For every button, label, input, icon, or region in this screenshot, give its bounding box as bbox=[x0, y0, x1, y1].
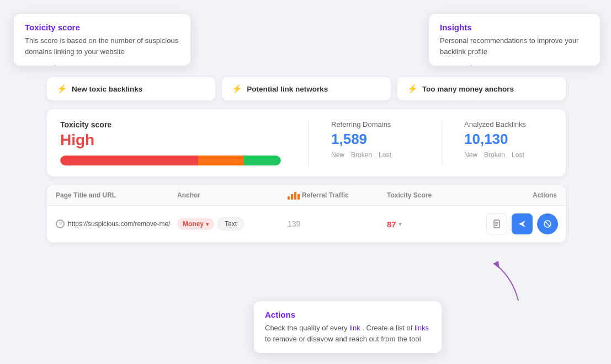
main-container: ⚡ New toxic backlinks ⚡ Potential link n… bbox=[36, 66, 577, 254]
tooltip-insights-desc: Personal recommendations to improve your… bbox=[440, 35, 589, 57]
tag-money[interactable]: Money ▾ bbox=[177, 218, 214, 230]
tooltip-insights-title: Insights bbox=[440, 23, 589, 32]
toxicity-number: 87 bbox=[387, 220, 396, 229]
action-document-button[interactable] bbox=[486, 213, 507, 234]
referring-domains-sub: New Broken Lost bbox=[331, 151, 419, 159]
tooltip-toxicity-title: Toxicity score bbox=[25, 23, 179, 32]
url-text: https://suspicious.com/remove-me/ bbox=[68, 220, 170, 229]
toxicity-score-label: Toxicity score bbox=[60, 120, 286, 129]
cell-actions bbox=[486, 213, 558, 234]
action-disavow-button[interactable] bbox=[537, 213, 558, 234]
ab-sub-new: New bbox=[464, 151, 477, 159]
divider-2 bbox=[442, 120, 442, 165]
referring-domains-value: 1,589 bbox=[331, 131, 419, 148]
progress-red bbox=[60, 156, 198, 165]
actions-desc-3: to remove or disavow and reach out from … bbox=[265, 335, 421, 343]
table-header: Page Title and URL Anchor Referral Traff… bbox=[47, 185, 566, 206]
header-actions: Actions bbox=[486, 191, 557, 200]
toxicity-row-value: 87 ▾ bbox=[387, 220, 402, 229]
header-page-title: Page Title and URL bbox=[56, 191, 177, 200]
chart-icon bbox=[288, 191, 300, 200]
header-toxicity-score: Toxicity Score bbox=[387, 191, 486, 200]
referring-domains-block: Referring Domains 1,589 New Broken Lost bbox=[331, 120, 419, 159]
actions-desc-1: Check the quality of every bbox=[265, 324, 348, 332]
bolt-icon-1: ⚡ bbox=[57, 84, 67, 94]
tabs-row: ⚡ New toxic backlinks ⚡ Potential link n… bbox=[47, 77, 566, 100]
analyzed-backlinks-value: 10,130 bbox=[464, 131, 552, 148]
traffic-value: 139 bbox=[288, 220, 300, 228]
analyzed-backlinks-block: Analyzed Backlinks 10,130 New Broken Los… bbox=[464, 120, 552, 159]
cell-anchor: Money ▾ Text bbox=[177, 217, 288, 231]
tab-label-2: Potential link networks bbox=[247, 85, 328, 93]
header-referral-traffic: Referral Traffic bbox=[288, 191, 387, 200]
svg-marker-2 bbox=[493, 261, 500, 269]
analyzed-backlinks-label: Analyzed Backlinks bbox=[464, 120, 552, 129]
ab-sub-lost: Lost bbox=[512, 151, 524, 159]
tab-too-many-money-anchors[interactable]: ⚡ Too many money anchors bbox=[397, 77, 566, 100]
header-anchor: Anchor bbox=[177, 191, 288, 200]
document-icon bbox=[492, 220, 501, 228]
toxicity-progress-bar bbox=[60, 156, 281, 165]
actions-link-2: links bbox=[415, 324, 429, 332]
ban-icon bbox=[543, 220, 552, 228]
referring-domains-label: Referring Domains bbox=[331, 120, 419, 129]
actions-cell bbox=[486, 213, 558, 234]
tab-label-3: Too many money anchors bbox=[422, 85, 514, 93]
tooltip-actions-desc: Check the quality of every link . Create… bbox=[265, 323, 431, 344]
rd-sub-broken: Broken bbox=[351, 151, 372, 159]
tooltip-insights: Insights Personal recommendations to imp… bbox=[429, 14, 600, 66]
tab-new-toxic-backlinks[interactable]: ⚡ New toxic backlinks bbox=[47, 77, 215, 100]
progress-green bbox=[244, 156, 281, 165]
url-icon: ↺ bbox=[56, 220, 65, 228]
tooltip-toxicity-score: Toxicity score This score is based on th… bbox=[14, 14, 190, 66]
tab-label-1: New toxic backlinks bbox=[72, 85, 142, 93]
tag-money-label: Money bbox=[183, 220, 204, 228]
arrow-actions bbox=[480, 256, 529, 306]
bolt-icon-2: ⚡ bbox=[232, 84, 242, 94]
action-send-button[interactable] bbox=[512, 213, 533, 234]
rd-sub-new: New bbox=[331, 151, 344, 159]
send-icon bbox=[518, 220, 527, 228]
tooltip-actions-title: Actions bbox=[265, 310, 431, 319]
ab-sub-broken: Broken bbox=[484, 151, 505, 159]
tooltip-actions: Actions Check the quality of every link … bbox=[254, 301, 442, 353]
toxicity-score-value: High bbox=[60, 131, 286, 149]
tab-potential-link-networks[interactable]: ⚡ Potential link networks bbox=[222, 77, 390, 100]
bolt-icon-3: ⚡ bbox=[407, 84, 418, 94]
cell-traffic: 139 bbox=[288, 220, 387, 228]
actions-link-1: link bbox=[349, 324, 360, 332]
divider-1 bbox=[309, 120, 309, 165]
cell-toxicity: 87 ▾ bbox=[387, 220, 486, 229]
actions-desc-2: . Create a list of bbox=[362, 324, 412, 332]
score-section: Toxicity score High Referring Domains 1,… bbox=[47, 109, 566, 176]
chevron-down-icon: ▾ bbox=[206, 221, 209, 227]
backlinks-table: Page Title and URL Anchor Referral Traff… bbox=[47, 185, 566, 243]
toxicity-chevron-icon[interactable]: ▾ bbox=[399, 221, 402, 228]
progress-orange bbox=[198, 156, 244, 165]
tag-text: Text bbox=[217, 217, 244, 231]
cell-url: ↺ https://suspicious.com/remove-me/ bbox=[56, 220, 177, 229]
rd-sub-lost: Lost bbox=[379, 151, 391, 159]
svg-line-8 bbox=[545, 222, 550, 227]
analyzed-backlinks-sub: New Broken Lost bbox=[464, 151, 552, 159]
tooltip-toxicity-desc: This score is based on the number of sus… bbox=[25, 35, 179, 57]
toxicity-score-block: Toxicity score High bbox=[60, 120, 286, 165]
table-row: ↺ https://suspicious.com/remove-me/ Mone… bbox=[47, 206, 566, 243]
